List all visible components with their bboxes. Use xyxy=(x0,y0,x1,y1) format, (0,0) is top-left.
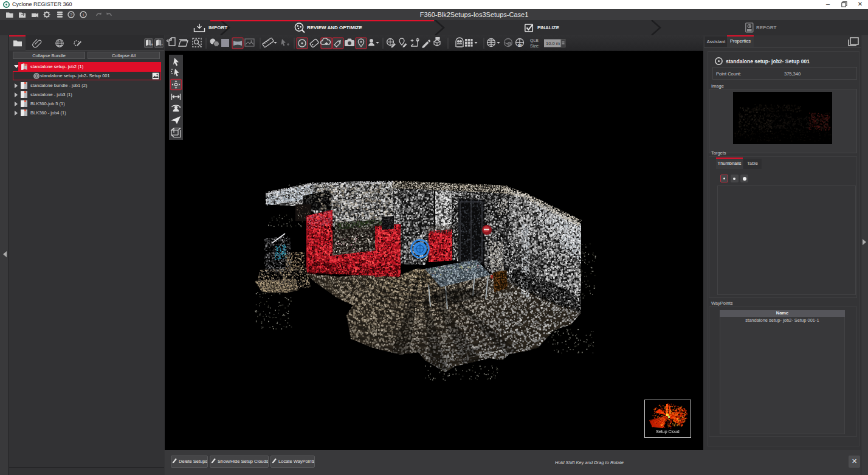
svg-text:Size:: Size: xyxy=(530,44,540,48)
svg-text:10.0 m: 10.0 m xyxy=(546,41,560,46)
svg-text:QLB: QLB xyxy=(530,38,539,43)
svg-text:+: + xyxy=(151,43,153,47)
svg-text:-: - xyxy=(161,41,163,47)
svg-text:M: M xyxy=(518,43,522,48)
